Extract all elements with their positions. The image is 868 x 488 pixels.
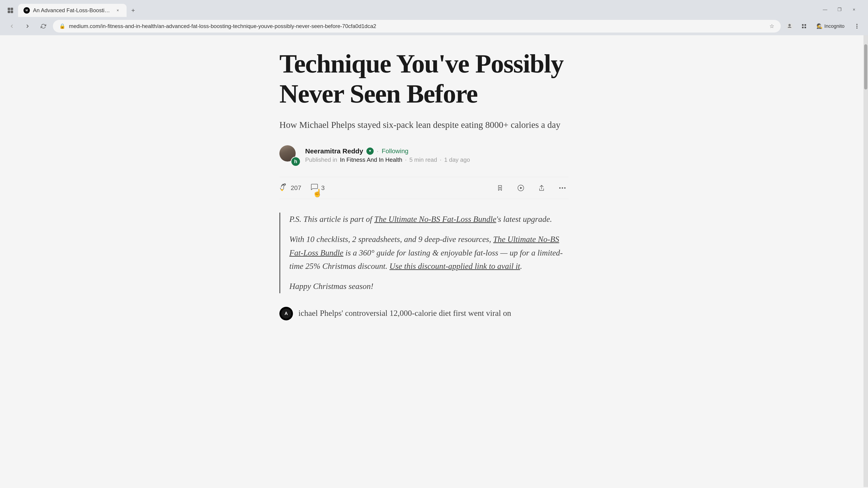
section-bullet: A <box>279 307 293 320</box>
svg-rect-0 <box>8 8 10 10</box>
back-button[interactable] <box>5 20 18 33</box>
incognito-label: Incognito <box>825 23 844 29</box>
action-left: 👏 207 3 ☝ <box>279 183 494 193</box>
author-info: Neeramitra Reddy · Following Published i… <box>305 147 470 163</box>
address-bar-row: 🔒 medium.com/in-fitness-and-in-health/an… <box>0 17 868 35</box>
close-button[interactable]: × <box>849 4 859 14</box>
left-margin <box>0 35 7 487</box>
blockquote-p2-prefix: With 10 checklists, 2 spreadsheets, and … <box>289 235 493 244</box>
svg-text:M: M <box>26 9 28 12</box>
svg-rect-2 <box>8 11 10 13</box>
right-sidebar <box>841 35 864 487</box>
article-title: Technique You've Possibly Never Seen Bef… <box>279 49 569 109</box>
blockquote-paragraph-3: Happy Christmas season! <box>289 280 569 293</box>
address-bar[interactable]: 🔒 medium.com/in-fitness-and-in-health/an… <box>53 20 781 33</box>
svg-text:A: A <box>285 311 288 316</box>
comment-section[interactable]: 3 ☝ <box>310 183 325 193</box>
svg-rect-9 <box>802 27 804 28</box>
author-name-row: Neeramitra Reddy · Following <box>305 147 470 155</box>
verified-badge <box>366 148 374 155</box>
blockquote-paragraph-2: With 10 checklists, 2 spreadsheets, and … <box>289 233 569 273</box>
article-subtitle: How Michael Phelps stayed six-pack lean … <box>279 118 569 132</box>
blockquote-p2-suffix: . <box>520 262 522 271</box>
new-tab-button[interactable]: + <box>127 5 139 16</box>
author-meta: Published in In Fitness And In Health · … <box>305 156 470 163</box>
svg-rect-1 <box>11 8 13 10</box>
more-options-button[interactable] <box>556 182 569 194</box>
action-bar: 👏 207 3 ☝ <box>279 177 569 199</box>
incognito-badge: 🕵️ Incognito <box>813 22 848 31</box>
bookmark-icon[interactable]: ☆ <box>770 23 774 29</box>
blockquote-p1-suffix: 's latest upgrade. <box>496 215 552 224</box>
svg-rect-10 <box>804 27 806 28</box>
clap-icon: 👏 <box>279 183 288 193</box>
svg-point-17 <box>562 187 563 189</box>
cursor-icon: ☝ <box>313 188 322 197</box>
following-button[interactable]: Following <box>382 148 408 155</box>
play-button[interactable] <box>515 182 527 194</box>
scrollbar[interactable] <box>864 35 868 487</box>
save-button[interactable] <box>494 182 506 194</box>
svg-point-13 <box>857 28 858 29</box>
clap-count: 207 <box>291 184 301 192</box>
page-layout: Technique You've Possibly Never Seen Bef… <box>0 35 868 487</box>
profile-button[interactable] <box>784 21 795 32</box>
blockquote-paragraph-1: P.S. This article is part of The Ultimat… <box>289 213 569 226</box>
minimize-button[interactable]: — <box>820 4 830 14</box>
bundle-link-1[interactable]: The Ultimate No-BS Fat-Loss Bundle <box>374 215 496 224</box>
refresh-button[interactable] <box>37 20 50 33</box>
svg-rect-7 <box>802 24 804 26</box>
discount-link[interactable]: Use this discount-applied link to avail … <box>390 262 520 271</box>
read-time: 5 min read <box>409 156 437 163</box>
browser-chrome: M An Advanced Fat-Loss-Boosting... × + —… <box>0 0 868 35</box>
published-ago: 1 day ago <box>444 156 470 163</box>
tab-bar: M An Advanced Fat-Loss-Boosting... × + —… <box>0 0 868 17</box>
lock-icon: 🔒 <box>59 23 65 29</box>
blockquote: P.S. This article is part of The Ultimat… <box>279 213 569 293</box>
window-controls: — ❐ × <box>820 4 859 14</box>
forward-button[interactable] <box>21 20 34 33</box>
svg-rect-8 <box>804 24 806 26</box>
svg-text:👏: 👏 <box>281 188 283 191</box>
browser-menu-button[interactable] <box>851 21 863 32</box>
svg-rect-3 <box>11 11 13 13</box>
tab-favicon: M <box>24 7 30 13</box>
active-tab[interactable]: M An Advanced Fat-Loss-Boosting... × <box>18 4 127 17</box>
action-right <box>494 182 569 194</box>
tab-title: An Advanced Fat-Loss-Boosting... <box>33 7 111 13</box>
svg-point-18 <box>564 187 565 189</box>
clap-section[interactable]: 👏 207 <box>279 183 301 193</box>
tab-close-button[interactable]: × <box>114 7 121 14</box>
published-prefix: Published in <box>305 156 337 163</box>
article-container: Technique You've Possibly Never Seen Bef… <box>266 49 582 320</box>
tab-list-button[interactable] <box>4 4 17 17</box>
next-section-text: ichael Phelps' controversial 12,000-calo… <box>298 307 511 320</box>
author-avatar-container: h <box>279 145 300 166</box>
separator-dot: · <box>377 148 379 155</box>
url-display: medium.com/in-fitness-and-in-health/an-a… <box>69 23 766 29</box>
svg-point-12 <box>857 26 858 27</box>
next-section-preview: A ichael Phelps' controversial 12,000-ca… <box>279 307 569 320</box>
blockquote-p1-prefix: P.S. This article is part of <box>289 215 374 224</box>
main-content: Technique You've Possibly Never Seen Bef… <box>7 35 841 487</box>
extensions-button[interactable] <box>798 21 810 32</box>
meta-separator-2: · <box>440 156 441 163</box>
publication-link[interactable]: In Fitness And In Health <box>340 156 402 163</box>
author-name[interactable]: Neeramitra Reddy <box>305 147 363 155</box>
share-button[interactable] <box>535 182 548 194</box>
restore-button[interactable]: ❐ <box>835 4 844 14</box>
scrollbar-thumb[interactable] <box>864 44 867 90</box>
incognito-icon: 🕵️ <box>816 23 823 29</box>
svg-point-11 <box>857 24 858 25</box>
publication-badge: h <box>291 157 301 166</box>
svg-point-16 <box>559 187 561 189</box>
author-section: h Neeramitra Reddy · Following Published… <box>279 145 569 166</box>
meta-separator-1: · <box>405 156 407 163</box>
